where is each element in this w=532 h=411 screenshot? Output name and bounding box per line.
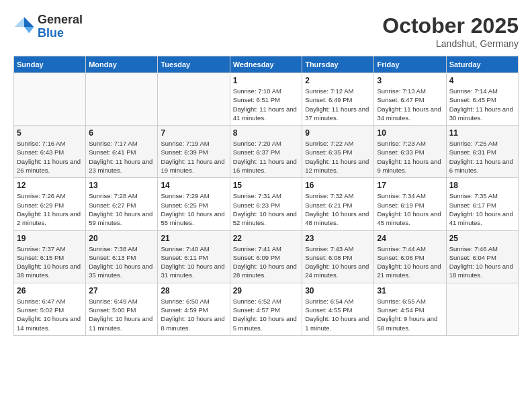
calendar-cell: 5Sunrise: 7:16 AMSunset: 6:43 PMDaylight… [14,126,86,178]
location: Landshut, Germany [382,38,519,49]
svg-marker-1 [24,27,34,34]
svg-marker-2 [15,17,24,26]
calendar-cell: 28Sunrise: 6:50 AMSunset: 4:59 PMDayligh… [158,283,230,335]
calendar-cell: 8Sunrise: 7:20 AMSunset: 6:37 PMDaylight… [230,126,302,178]
day-info: Sunrise: 7:29 AMSunset: 6:25 PMDaylight:… [161,191,226,227]
calendar-cell: 25Sunrise: 7:46 AMSunset: 6:04 PMDayligh… [446,230,518,283]
day-info: Sunrise: 6:49 AMSunset: 5:00 PMDaylight:… [89,297,154,332]
calendar-cell: 29Sunrise: 6:52 AMSunset: 4:57 PMDayligh… [230,283,302,335]
calendar-cell: 27Sunrise: 6:49 AMSunset: 5:00 PMDayligh… [86,283,158,335]
calendar-cell: 24Sunrise: 7:44 AMSunset: 6:06 PMDayligh… [374,230,446,283]
calendar-cell: 11Sunrise: 7:25 AMSunset: 6:31 PMDayligh… [446,126,518,178]
calendar-week-row: 12Sunrise: 7:26 AMSunset: 6:29 PMDayligh… [14,178,519,230]
day-info: Sunrise: 7:41 AMSunset: 6:09 PMDaylight:… [233,244,299,280]
day-header: Sunday [14,56,86,73]
day-info: Sunrise: 7:13 AMSunset: 6:47 PMDaylight:… [377,87,443,122]
day-info: Sunrise: 7:40 AMSunset: 6:11 PMDaylight:… [161,244,226,280]
day-number: 12 [17,181,83,190]
day-info: Sunrise: 6:47 AMSunset: 5:02 PMDaylight:… [17,297,83,332]
day-info: Sunrise: 7:19 AMSunset: 6:39 PMDaylight:… [161,139,226,175]
calendar-cell: 21Sunrise: 7:40 AMSunset: 6:11 PMDayligh… [158,230,230,283]
calendar-cell: 15Sunrise: 7:31 AMSunset: 6:23 PMDayligh… [230,178,302,230]
calendar-cell: 19Sunrise: 7:37 AMSunset: 6:15 PMDayligh… [14,230,86,283]
day-info: Sunrise: 7:32 AMSunset: 6:21 PMDaylight:… [305,191,371,227]
day-info: Sunrise: 7:37 AMSunset: 6:15 PMDaylight:… [17,244,83,280]
calendar-cell: 23Sunrise: 7:43 AMSunset: 6:08 PMDayligh… [302,230,374,283]
calendar-cell: 26Sunrise: 6:47 AMSunset: 5:02 PMDayligh… [14,283,86,335]
day-header: Thursday [302,56,374,73]
calendar-cell: 30Sunrise: 6:54 AMSunset: 4:55 PMDayligh… [302,283,374,335]
day-info: Sunrise: 7:31 AMSunset: 6:23 PMDaylight:… [233,191,299,227]
day-info: Sunrise: 7:22 AMSunset: 6:35 PMDaylight:… [305,139,371,175]
day-number: 25 [449,234,515,243]
day-number: 10 [377,128,443,138]
day-number: 9 [305,128,371,138]
day-number: 8 [233,128,299,138]
day-number: 28 [161,286,226,295]
calendar-header-row: SundayMondayTuesdayWednesdayThursdayFrid… [14,56,519,73]
day-number: 14 [161,181,226,190]
day-number: 21 [161,234,226,243]
calendar-cell [158,73,230,126]
day-number: 2 [305,76,371,85]
day-number: 4 [449,76,515,85]
day-header: Wednesday [230,56,302,73]
calendar-week-row: 26Sunrise: 6:47 AMSunset: 5:02 PMDayligh… [14,283,519,335]
calendar-cell: 2Sunrise: 7:12 AMSunset: 6:49 PMDaylight… [302,73,374,126]
day-info: Sunrise: 7:10 AMSunset: 6:51 PMDaylight:… [233,87,299,122]
day-number: 6 [89,128,154,138]
calendar-cell: 1Sunrise: 7:10 AMSunset: 6:51 PMDaylight… [230,73,302,126]
page-container: General Blue October 2025 Landshut, Germ… [0,0,532,342]
day-header: Monday [86,56,158,73]
day-header: Friday [374,56,446,73]
logo-general: General [38,13,83,27]
calendar-cell: 9Sunrise: 7:22 AMSunset: 6:35 PMDaylight… [302,126,374,178]
day-info: Sunrise: 7:26 AMSunset: 6:29 PMDaylight:… [17,191,83,227]
logo-blue: Blue [38,27,83,40]
calendar-cell: 3Sunrise: 7:13 AMSunset: 6:47 PMDaylight… [374,73,446,126]
calendar-cell: 6Sunrise: 7:17 AMSunset: 6:41 PMDaylight… [86,126,158,178]
calendar-week-row: 1Sunrise: 7:10 AMSunset: 6:51 PMDaylight… [14,73,519,126]
day-number: 15 [233,181,299,190]
calendar-cell: 10Sunrise: 7:23 AMSunset: 6:33 PMDayligh… [374,126,446,178]
day-number: 20 [89,234,154,243]
day-info: Sunrise: 7:12 AMSunset: 6:49 PMDaylight:… [305,87,371,122]
logo-text: General Blue [38,13,83,40]
day-number: 22 [233,234,299,243]
day-number: 7 [161,128,226,138]
day-number: 17 [377,181,443,190]
day-number: 19 [17,234,83,243]
title-block: October 2025 Landshut, Germany [382,13,519,49]
day-number: 18 [449,181,515,190]
calendar-cell: 18Sunrise: 7:35 AMSunset: 6:17 PMDayligh… [446,178,518,230]
day-info: Sunrise: 7:38 AMSunset: 6:13 PMDaylight:… [89,244,154,280]
day-number: 23 [305,234,371,243]
day-number: 31 [377,286,443,295]
day-info: Sunrise: 6:50 AMSunset: 4:59 PMDaylight:… [161,297,226,332]
day-number: 26 [17,286,83,295]
day-info: Sunrise: 6:55 AMSunset: 4:54 PMDaylight:… [377,297,443,332]
day-number: 24 [377,234,443,243]
day-info: Sunrise: 7:28 AMSunset: 6:27 PMDaylight:… [89,191,154,227]
day-number: 3 [377,76,443,85]
day-number: 16 [305,181,371,190]
day-number: 11 [449,128,515,138]
logo-icon [13,16,35,38]
day-info: Sunrise: 7:44 AMSunset: 6:06 PMDaylight:… [377,244,443,280]
day-number: 1 [233,76,299,85]
logo: General Blue [13,13,83,40]
calendar-cell: 31Sunrise: 6:55 AMSunset: 4:54 PMDayligh… [374,283,446,335]
calendar-cell: 20Sunrise: 7:38 AMSunset: 6:13 PMDayligh… [86,230,158,283]
day-info: Sunrise: 7:43 AMSunset: 6:08 PMDaylight:… [305,244,371,280]
calendar-week-row: 19Sunrise: 7:37 AMSunset: 6:15 PMDayligh… [14,230,519,283]
calendar-cell: 22Sunrise: 7:41 AMSunset: 6:09 PMDayligh… [230,230,302,283]
svg-marker-0 [24,17,34,26]
calendar-cell [14,73,86,126]
calendar-cell [446,283,518,335]
day-info: Sunrise: 7:16 AMSunset: 6:43 PMDaylight:… [17,139,83,175]
day-info: Sunrise: 7:35 AMSunset: 6:17 PMDaylight:… [449,191,515,227]
calendar-cell: 14Sunrise: 7:29 AMSunset: 6:25 PMDayligh… [158,178,230,230]
day-number: 29 [233,286,299,295]
calendar-cell: 16Sunrise: 7:32 AMSunset: 6:21 PMDayligh… [302,178,374,230]
day-number: 30 [305,286,371,295]
